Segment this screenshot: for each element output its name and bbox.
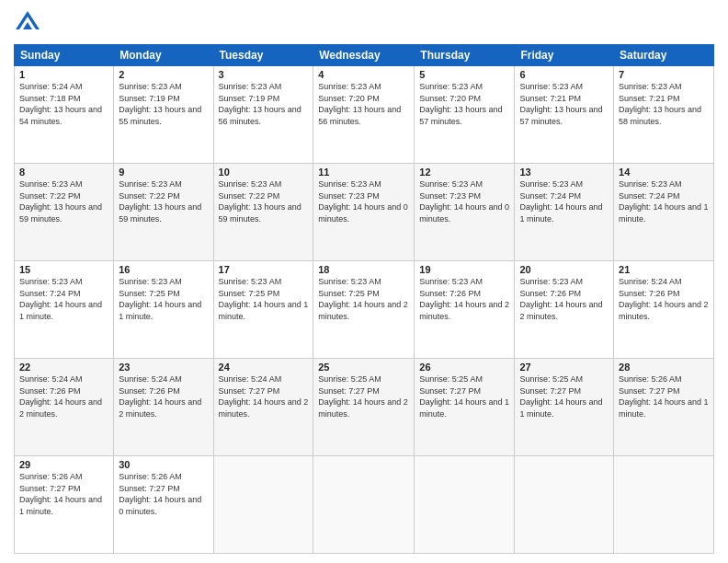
sunset-label: Sunset: 7:26 PM [519,289,581,298]
sunset-label: Sunset: 7:24 PM [19,289,81,298]
day-number: 28 [619,362,709,373]
day-info: Sunrise: 5:23 AM Sunset: 7:20 PM Dayligh… [318,81,409,127]
day-number: 6 [519,69,609,80]
daylight-label: Daylight: 13 hours and 54 minutes. [19,105,102,126]
day-number: 21 [619,264,709,275]
empty-cell [313,456,415,554]
sunset-label: Sunset: 7:19 PM [119,94,180,103]
day-info: Sunrise: 5:23 AM Sunset: 7:24 PM Dayligh… [19,276,108,322]
sunrise-label: Sunrise: 5:25 AM [419,374,483,384]
daylight-label: Daylight: 13 hours and 59 minutes. [19,202,102,224]
day-number: 2 [119,69,208,80]
day-number: 24 [219,362,309,373]
sunrise-label: Sunrise: 5:23 AM [219,277,282,286]
day-cell-14: 14 Sunrise: 5:23 AM Sunset: 7:24 PM Dayl… [614,164,714,261]
sunrise-label: Sunrise: 5:23 AM [119,82,182,91]
daylight-label: Daylight: 14 hours and 1 minute. [519,202,602,224]
sunset-label: Sunset: 7:20 PM [318,94,380,103]
day-number: 11 [318,167,409,178]
day-number: 5 [419,69,509,80]
daylight-label: Daylight: 13 hours and 59 minutes. [219,202,301,224]
daylight-label: Daylight: 14 hours and 1 minute. [419,397,509,419]
day-cell-6: 6 Sunrise: 5:23 AM Sunset: 7:21 PM Dayli… [515,66,614,164]
day-cell-21: 21 Sunrise: 5:24 AM Sunset: 7:26 PM Dayl… [614,261,714,359]
sunrise-label: Sunrise: 5:24 AM [19,374,83,384]
day-number: 20 [519,264,609,275]
sunset-label: Sunset: 7:27 PM [318,386,380,396]
sunset-label: Sunset: 7:23 PM [419,191,481,201]
day-info: Sunrise: 5:23 AM Sunset: 7:26 PM Dayligh… [419,276,509,322]
empty-cell [415,456,515,554]
calendar-table: SundayMondayTuesdayWednesdayThursdayFrid… [14,44,714,554]
sunset-label: Sunset: 7:24 PM [619,191,680,201]
day-number: 12 [419,167,509,178]
day-info: Sunrise: 5:23 AM Sunset: 7:26 PM Dayligh… [519,276,609,322]
sunrise-label: Sunrise: 5:24 AM [619,277,682,286]
day-cell-16: 16 Sunrise: 5:23 AM Sunset: 7:25 PM Dayl… [114,261,213,359]
sunset-label: Sunset: 7:26 PM [19,386,81,396]
day-number: 8 [19,167,108,178]
day-number: 22 [19,362,108,373]
daylight-label: Daylight: 13 hours and 57 minutes. [519,105,602,126]
day-number: 10 [219,167,309,178]
day-number: 30 [119,459,208,470]
weekday-header-monday: Monday [114,45,213,66]
day-info: Sunrise: 5:23 AM Sunset: 7:19 PM Dayligh… [119,81,208,127]
sunset-label: Sunset: 7:25 PM [219,289,280,298]
day-number: 23 [119,362,208,373]
day-info: Sunrise: 5:23 AM Sunset: 7:24 PM Dayligh… [519,178,609,224]
week-row-4: 22 Sunrise: 5:24 AM Sunset: 7:26 PM Dayl… [15,359,714,456]
day-info: Sunrise: 5:25 AM Sunset: 7:27 PM Dayligh… [318,373,409,419]
sunrise-label: Sunrise: 5:25 AM [318,374,381,384]
day-cell-7: 7 Sunrise: 5:23 AM Sunset: 7:21 PM Dayli… [614,66,714,164]
day-cell-1: 1 Sunrise: 5:24 AM Sunset: 7:18 PM Dayli… [15,66,114,164]
sunset-label: Sunset: 7:22 PM [19,191,81,201]
sunrise-label: Sunrise: 5:23 AM [619,82,682,91]
day-info: Sunrise: 5:23 AM Sunset: 7:20 PM Dayligh… [419,81,509,127]
day-number: 4 [318,69,409,80]
day-number: 29 [19,459,108,470]
week-row-1: 1 Sunrise: 5:24 AM Sunset: 7:18 PM Dayli… [15,66,714,164]
weekday-header-thursday: Thursday [415,45,515,66]
daylight-label: Daylight: 14 hours and 0 minutes. [419,202,509,224]
daylight-label: Daylight: 14 hours and 1 minute. [119,300,201,321]
daylight-label: Daylight: 14 hours and 1 minute. [19,495,102,516]
day-info: Sunrise: 5:23 AM Sunset: 7:25 PM Dayligh… [318,276,409,322]
sunset-label: Sunset: 7:18 PM [19,94,81,103]
daylight-label: Daylight: 13 hours and 57 minutes. [419,105,502,126]
sunset-label: Sunset: 7:20 PM [419,94,481,103]
sunset-label: Sunset: 7:19 PM [219,94,280,103]
daylight-label: Daylight: 14 hours and 2 minutes. [619,300,709,321]
daylight-label: Daylight: 13 hours and 56 minutes. [219,105,301,126]
day-cell-2: 2 Sunrise: 5:23 AM Sunset: 7:19 PM Dayli… [114,66,213,164]
day-cell-9: 9 Sunrise: 5:23 AM Sunset: 7:22 PM Dayli… [114,164,213,261]
day-number: 3 [219,69,309,80]
day-cell-17: 17 Sunrise: 5:23 AM Sunset: 7:25 PM Dayl… [213,261,313,359]
day-number: 17 [219,264,309,275]
weekday-header-saturday: Saturday [614,45,714,66]
sunset-label: Sunset: 7:25 PM [318,289,380,298]
sunset-label: Sunset: 7:27 PM [519,386,581,396]
day-number: 7 [619,69,709,80]
sunset-label: Sunset: 7:27 PM [219,386,280,396]
sunrise-label: Sunrise: 5:23 AM [318,82,381,91]
day-info: Sunrise: 5:25 AM Sunset: 7:27 PM Dayligh… [419,373,509,419]
day-cell-15: 15 Sunrise: 5:23 AM Sunset: 7:24 PM Dayl… [15,261,114,359]
sunrise-label: Sunrise: 5:23 AM [219,179,282,189]
week-row-5: 29 Sunrise: 5:26 AM Sunset: 7:27 PM Dayl… [15,456,714,554]
sunrise-label: Sunrise: 5:23 AM [519,179,583,189]
day-number: 27 [519,362,609,373]
daylight-label: Daylight: 14 hours and 2 minutes. [19,397,102,419]
day-cell-5: 5 Sunrise: 5:23 AM Sunset: 7:20 PM Dayli… [415,66,515,164]
sunset-label: Sunset: 7:27 PM [119,484,180,493]
day-number: 19 [419,264,509,275]
week-row-3: 15 Sunrise: 5:23 AM Sunset: 7:24 PM Dayl… [15,261,714,359]
sunset-label: Sunset: 7:21 PM [619,94,680,103]
sunset-label: Sunset: 7:26 PM [419,289,481,298]
sunset-label: Sunset: 7:22 PM [119,191,180,201]
sunrise-label: Sunrise: 5:23 AM [519,277,583,286]
day-info: Sunrise: 5:24 AM Sunset: 7:26 PM Dayligh… [19,373,108,419]
sunrise-label: Sunrise: 5:25 AM [519,374,583,384]
day-info: Sunrise: 5:25 AM Sunset: 7:27 PM Dayligh… [519,373,609,419]
sunset-label: Sunset: 7:27 PM [419,386,481,396]
